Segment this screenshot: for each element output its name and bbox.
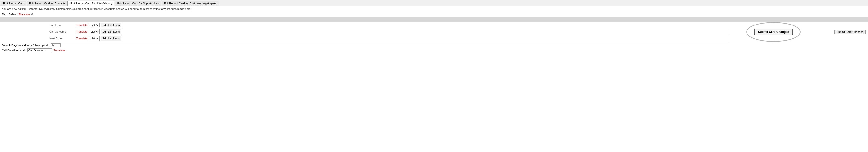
default-days-input[interactable] bbox=[51, 43, 61, 47]
info-bar-text: You are now editing Customer Notes/Histo… bbox=[2, 7, 191, 10]
field-translate-link-2[interactable]: Translate bbox=[76, 37, 87, 40]
tab-edit-record-card[interactable]: Edit Record Card bbox=[1, 1, 26, 6]
right-panel: Submit Card Changes bbox=[730, 22, 829, 42]
submit-card-changes-small-button[interactable]: Submit Card Changes bbox=[834, 30, 866, 34]
edit-list-btn-1[interactable]: Edit List Items bbox=[101, 29, 121, 34]
bottom-section: Default Days to add for a follow up call… bbox=[0, 42, 868, 54]
tab-label-row: Tab: Default Translate 0 bbox=[0, 12, 868, 17]
field-translate-link-1[interactable]: Translate bbox=[76, 30, 87, 33]
call-duration-translate-link[interactable]: Translate bbox=[54, 49, 65, 52]
tab-edit-record-card-notes-history[interactable]: Edit Record Card for Notes/History bbox=[68, 1, 114, 6]
field-label-1: Call Outcome bbox=[50, 30, 74, 33]
fields-left: Call TypeTranslateListEdit List ItemsCal… bbox=[0, 22, 730, 42]
tab-translate-count: 0 bbox=[31, 13, 33, 16]
field-select-1[interactable]: List bbox=[89, 29, 100, 34]
far-right-panel: Submit Card Changes bbox=[829, 22, 868, 42]
circle-highlight: Submit Card Changes bbox=[746, 22, 801, 42]
info-bar: You are now editing Customer Notes/Histo… bbox=[0, 6, 868, 12]
edit-list-btn-0[interactable]: Edit List Items bbox=[101, 23, 121, 28]
field-select-2[interactable]: List bbox=[89, 36, 100, 41]
page-wrapper: Edit Record CardEdit Record Card for Con… bbox=[0, 0, 868, 152]
submit-card-changes-main-button[interactable]: Submit Card Changes bbox=[754, 29, 792, 35]
field-row-2: Next ActionTranslateListEdit List Items bbox=[0, 35, 730, 42]
field-label-0: Call Type bbox=[50, 24, 74, 27]
divider-row bbox=[0, 17, 868, 22]
call-duration-label: Call Duration Label: bbox=[2, 49, 26, 52]
edit-list-btn-2[interactable]: Edit List Items bbox=[101, 36, 121, 41]
default-days-label: Default Days to add for a follow up call… bbox=[2, 44, 49, 47]
field-row-0: Call TypeTranslateListEdit List Items bbox=[0, 22, 730, 28]
top-tabs: Edit Record CardEdit Record Card for Con… bbox=[0, 0, 868, 6]
tab-default-label: Default bbox=[9, 13, 17, 16]
tab-edit-record-card-contacts[interactable]: Edit Record Card for Contacts bbox=[27, 1, 67, 6]
tab-prefix-label: Tab: bbox=[2, 13, 7, 16]
tab-translate-link[interactable]: Translate bbox=[19, 13, 30, 16]
field-label-2: Next Action bbox=[50, 37, 74, 40]
call-duration-input[interactable] bbox=[28, 48, 52, 52]
tab-edit-record-card-customer-target-spend[interactable]: Edit Record Card for Customer target spe… bbox=[162, 1, 219, 6]
fields-and-right: Call TypeTranslateListEdit List ItemsCal… bbox=[0, 22, 868, 42]
field-translate-link-0[interactable]: Translate bbox=[76, 24, 87, 27]
field-select-0[interactable]: List bbox=[89, 23, 100, 28]
tab-edit-record-card-opportunities[interactable]: Edit Record Card for Opportunities bbox=[115, 1, 161, 6]
default-days-row: Default Days to add for a follow up call… bbox=[2, 43, 866, 47]
field-row-1: Call OutcomeTranslateListEdit List Items bbox=[0, 28, 730, 35]
call-duration-row: Call Duration Label: Translate bbox=[2, 48, 866, 52]
